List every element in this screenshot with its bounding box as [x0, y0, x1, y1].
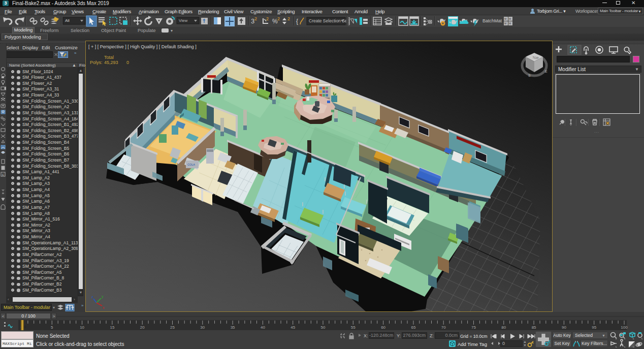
- svg-text:20: 20: [140, 325, 145, 330]
- svg-text:45: 45: [291, 325, 295, 330]
- svg-text:75: 75: [471, 325, 476, 330]
- svg-text:90: 90: [562, 325, 566, 330]
- svg-text:[ + ] [ Perspective ] [ High Q: [ + ] [ Perspective ] [ High Quality ] […: [88, 44, 197, 49]
- svg-text:0: 0: [126, 60, 129, 65]
- svg-text:Total: Total: [104, 55, 114, 60]
- svg-text:0: 0: [24, 325, 26, 329]
- svg-text:50: 50: [321, 325, 326, 330]
- svg-text:70: 70: [441, 325, 446, 330]
- svg-text:65: 65: [411, 325, 415, 330]
- svg-text:E: E: [545, 70, 548, 73]
- svg-text:M: M: [509, 22, 511, 25]
- svg-text:60: 60: [381, 325, 385, 330]
- svg-text:y: y: [102, 295, 104, 299]
- svg-text:30: 30: [200, 325, 205, 330]
- svg-text:BatchMat: BatchMat: [482, 18, 502, 23]
- svg-text:35: 35: [231, 325, 235, 330]
- svg-text:2: 2: [277, 16, 280, 21]
- svg-text:55: 55: [351, 325, 356, 330]
- svg-text:E: E: [2, 173, 4, 176]
- svg-text:Create Selection Se: Create Selection Se: [309, 18, 347, 23]
- svg-text:2: 2: [254, 16, 257, 21]
- svg-text:85: 85: [532, 325, 536, 330]
- svg-text:z: z: [91, 295, 93, 299]
- svg-text:80: 80: [501, 325, 506, 330]
- svg-text:100: 100: [621, 325, 628, 330]
- svg-text:25: 25: [170, 325, 175, 330]
- svg-text:2: 2: [266, 16, 269, 21]
- svg-text:All: All: [65, 18, 70, 23]
- svg-text:COLA: COLA: [187, 163, 195, 166]
- svg-text:40: 40: [261, 325, 265, 330]
- svg-text:45,293: 45,293: [104, 60, 118, 65]
- svg-text:S: S: [528, 74, 531, 77]
- svg-text:{: {: [296, 18, 298, 25]
- svg-text:95: 95: [592, 325, 596, 330]
- svg-text:M: M: [504, 22, 506, 25]
- svg-text:5: 5: [51, 325, 53, 330]
- svg-text:Polys:: Polys:: [90, 60, 103, 65]
- svg-text:M: M: [509, 17, 511, 20]
- svg-text:10: 10: [80, 325, 84, 330]
- svg-text:15: 15: [110, 325, 114, 330]
- svg-text:View: View: [179, 18, 187, 23]
- svg-text:M: M: [504, 17, 506, 20]
- svg-text:x: x: [103, 306, 105, 309]
- svg-text:2: 2: [287, 16, 290, 21]
